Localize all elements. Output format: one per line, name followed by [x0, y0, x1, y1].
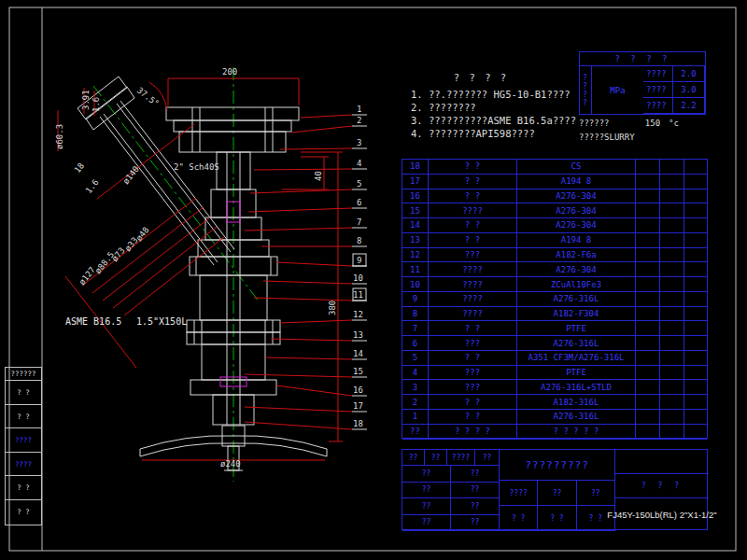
cad-sheet: 123456789101112131415161718 200 37.5° 3.… [0, 0, 747, 560]
title-cell: ???? [447, 450, 475, 466]
part-name: ? ? [429, 233, 517, 248]
balloon-leader [245, 374, 352, 377]
part-material: A276-304 [517, 203, 636, 218]
part-extra [684, 233, 707, 248]
part-no: 9 [402, 292, 429, 307]
balloon-leader [280, 320, 352, 323]
part-material: A194 8 [517, 233, 636, 248]
balloon-label: 7 [357, 217, 361, 227]
temperature-row: ?????? 150 °c [579, 119, 706, 128]
part-extra [684, 336, 707, 351]
part-no: 15 [402, 203, 429, 218]
part-extra [684, 410, 707, 425]
part-material: A276-316L [517, 292, 636, 307]
part-extra [660, 218, 684, 233]
part-material: A351 CF3M/A276-316L [517, 351, 636, 366]
part-material: A194 8 [517, 175, 636, 189]
part-name: ? ? [429, 410, 517, 425]
part-material: A276-316L [517, 410, 636, 425]
title-cell: ? ? [500, 506, 538, 531]
part-extra [660, 366, 684, 381]
balloon-leader [280, 148, 352, 149]
spec-row-value: 2.0 [673, 66, 705, 82]
part-material: CS [517, 160, 636, 175]
part-extra [684, 189, 707, 204]
part-extra [684, 380, 707, 395]
model-number: FJ45Y-150Lb(RL) 2"X1-1/2" [615, 498, 709, 531]
left-strip-row: ? ? [6, 476, 41, 500]
part-material: ZCuAl10Fe3 [517, 277, 636, 292]
balloon-label: 2 [357, 116, 361, 125]
notes-title: ? ? ? ? [411, 71, 551, 84]
part-material: A182-316L [517, 395, 636, 410]
part-extra [636, 336, 660, 351]
title-cell: ?? [425, 450, 447, 466]
title-cell: ?? [538, 481, 576, 506]
medium-label: ?????SLURRY [579, 133, 706, 142]
part-extra [636, 160, 660, 175]
balloon-label: 11 [353, 290, 363, 300]
part-no: 14 [402, 218, 429, 233]
part-material: A182-F304 [517, 307, 636, 322]
part-extra [636, 410, 660, 425]
part-no: 16 [402, 189, 429, 204]
pipe-spec-label: 2" Sch40S [174, 162, 219, 172]
part-name: ??? [429, 248, 517, 263]
part-extra [636, 351, 660, 366]
part-name: ???? [429, 277, 517, 292]
part-extra [660, 262, 684, 277]
part-name: ???? [429, 307, 517, 322]
spec-side-label: ???? [580, 66, 592, 114]
part-extra [684, 307, 707, 322]
balloon-label: 16 [353, 385, 363, 395]
part-extra [660, 410, 684, 425]
part-extra [660, 292, 684, 307]
part-extra [684, 262, 707, 277]
part-name: ??? [429, 366, 517, 381]
balloon-leader [276, 385, 352, 396]
left-strip-row: ? ? [6, 405, 41, 429]
dim-branch-a: 18 [73, 161, 87, 175]
part-name: ? ? [429, 160, 517, 175]
part-name: ? ? [429, 189, 517, 204]
left-strip-row: ???? [6, 453, 41, 477]
part-material: A276-304 [517, 189, 636, 204]
part-extra [636, 175, 660, 189]
title-cell: ? ? [538, 506, 576, 531]
part-extra [660, 160, 684, 175]
spec-row-label: ???? [643, 82, 673, 98]
part-material: A182-F6a [517, 248, 636, 263]
part-extra [684, 248, 707, 263]
part-extra [636, 203, 660, 218]
dim-stub-a: 3.91 [81, 90, 91, 110]
part-balloons: 123456789101112131415161718 [245, 105, 367, 429]
part-extra [660, 189, 684, 204]
part-extra [636, 189, 660, 204]
balloon-leader [254, 169, 352, 170]
balloon-leader [291, 126, 352, 133]
revision-area: ?? ?? ???? ?? ?? ?? ?? ?? ?? ?? ?? ?? [402, 450, 500, 529]
spec-row-label: ???? [643, 66, 673, 82]
temp-label: ?????? [579, 119, 637, 128]
part-name: ? ? [429, 175, 517, 189]
dim-pipe-od: ø60.3 [55, 124, 64, 149]
part-extra [684, 218, 707, 233]
part-material: PTFE [517, 366, 636, 381]
part-extra [636, 380, 660, 395]
spec-table: ? ? ? ? ???? ???? 2.0 MPa ???? 3.0 ???? … [579, 51, 706, 142]
part-extra [684, 321, 707, 336]
part-no: 2 [402, 395, 429, 410]
balloon-label: 17 [353, 401, 363, 411]
title-cell: ?? [402, 498, 451, 514]
part-extra [660, 351, 684, 366]
part-no: 5 [402, 351, 429, 366]
part-name: ? ? [429, 351, 517, 366]
balloon-leader [250, 189, 352, 193]
dim-stub-b: 1.6 [92, 97, 101, 112]
part-extra [684, 175, 707, 189]
part-name: ???? [429, 262, 517, 277]
title-cell: ?? [451, 483, 500, 498]
product-area: ????????? ???? ?? ?? ? ? ? ? ? ? [500, 450, 615, 529]
balloon-label: 3 [357, 138, 361, 147]
part-extra [636, 233, 660, 248]
